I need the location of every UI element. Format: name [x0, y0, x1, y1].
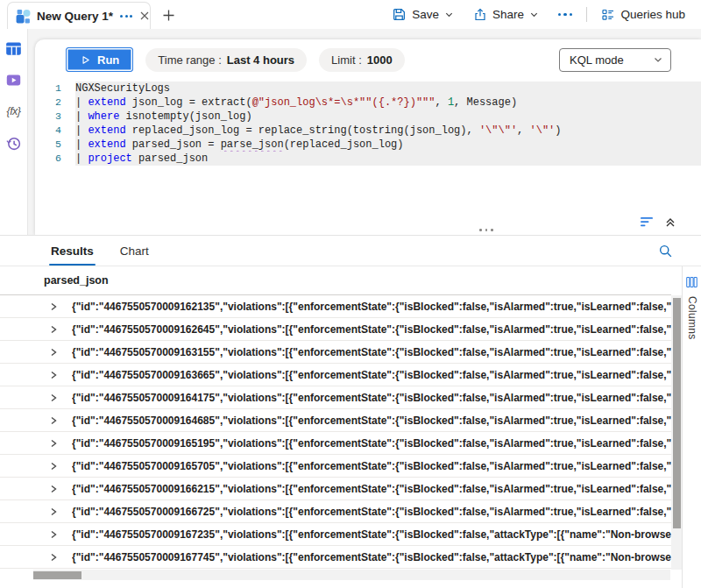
- row-json-text: {"id":"4467550570009162645","violations"…: [72, 323, 671, 336]
- horizontal-scrollbar-thumb[interactable]: [33, 571, 81, 579]
- search-icon[interactable]: [658, 244, 673, 259]
- divider: [586, 7, 587, 22]
- table-row[interactable]: {"id":"4467550570009162645","violations"…: [0, 318, 671, 341]
- vertical-scrollbar-thumb[interactable]: [673, 298, 681, 528]
- row-expand-chevron-icon[interactable]: [49, 348, 60, 357]
- results-panel: Results Chart parsed_json {"id":"4467550…: [0, 235, 701, 588]
- row-expand-chevron-icon[interactable]: [49, 302, 60, 311]
- editor-actions: [641, 216, 676, 228]
- tab-chart[interactable]: Chart: [118, 239, 151, 266]
- table-row[interactable]: {"id":"4467550570009164175","violations"…: [0, 386, 671, 409]
- row-json-text: {"id":"4467550570009165195","violations"…: [72, 437, 671, 450]
- time-range-value: Last 4 hours: [227, 53, 294, 67]
- tab-more-icon[interactable]: [118, 13, 134, 19]
- adx-query-icon: [15, 8, 32, 25]
- code-line: 6| project parsed_json: [35, 152, 701, 166]
- save-label: Save: [412, 8, 439, 21]
- limit-value: 1000: [367, 53, 393, 67]
- columns-panel-label: Columns: [686, 296, 698, 339]
- time-range-label: Time range :: [158, 53, 222, 67]
- query-toolbar: Run Time range : Last 4 hours Limit : 10…: [35, 39, 701, 80]
- table-row[interactable]: {"id":"4467550570009167745","violations"…: [0, 546, 671, 569]
- code-line: 3| where isnotempty(json_log): [35, 110, 701, 124]
- tab-results[interactable]: Results: [49, 239, 96, 266]
- more-actions-button[interactable]: [553, 10, 578, 20]
- tables-icon[interactable]: [4, 39, 24, 58]
- table-row[interactable]: {"id":"4467550570009162135","violations"…: [0, 295, 671, 318]
- row-expand-chevron-icon[interactable]: [49, 530, 60, 539]
- row-expand-chevron-icon[interactable]: [49, 553, 60, 562]
- row-json-text: {"id":"4467550570009164175","violations"…: [72, 392, 671, 404]
- row-expand-chevron-icon[interactable]: [49, 393, 60, 402]
- time-range-picker[interactable]: Time range : Last 4 hours: [145, 48, 307, 72]
- line-number: 1: [35, 81, 75, 96]
- table-row[interactable]: {"id":"4467550570009167235","violations"…: [0, 523, 671, 546]
- table-row[interactable]: {"id":"4467550570009163665","violations"…: [0, 364, 671, 386]
- row-json-text: {"id":"4467550570009162135","violations"…: [72, 301, 671, 313]
- queries-hub-button[interactable]: Queries hub: [596, 5, 690, 25]
- row-json-text: {"id":"4467550570009163665","violations"…: [72, 369, 671, 381]
- row-json-text: {"id":"4467550570009163155","violations"…: [72, 346, 671, 358]
- results-grid: parsed_json {"id":"4467550570009162135",…: [0, 266, 701, 588]
- row-expand-chevron-icon[interactable]: [49, 485, 60, 493]
- share-label: Share: [492, 8, 524, 21]
- row-expand-chevron-icon[interactable]: [49, 439, 60, 448]
- chevron-down-icon: [444, 10, 454, 19]
- query-editor-card: Run Time range : Last 4 hours Limit : 10…: [35, 39, 701, 235]
- run-button[interactable]: Run: [66, 47, 133, 72]
- query-mode-value: KQL mode: [570, 53, 624, 67]
- table-row[interactable]: {"id":"4467550570009165195","violations"…: [0, 432, 671, 455]
- columns-icon[interactable]: [686, 276, 697, 288]
- row-expand-chevron-icon[interactable]: [49, 507, 60, 516]
- table-row[interactable]: {"id":"4467550570009164685","violations"…: [0, 409, 671, 432]
- collapse-editor-icon[interactable]: [664, 216, 676, 228]
- query-tab[interactable]: New Query 1*: [7, 2, 151, 29]
- row-json-text: {"id":"4467550570009167235","violations"…: [72, 528, 671, 541]
- format-query-icon[interactable]: [641, 216, 654, 228]
- columns-side-panel[interactable]: Columns: [682, 266, 701, 588]
- row-expand-chevron-icon[interactable]: [49, 371, 60, 379]
- code-line: 5| extend parsed_json = parse_json(repla…: [35, 138, 701, 152]
- code-line: 4| extend replaced_json_log = replace_st…: [35, 124, 701, 138]
- chevron-down-icon: [529, 10, 539, 19]
- row-expand-chevron-icon[interactable]: [49, 325, 60, 334]
- row-expand-chevron-icon[interactable]: [49, 416, 60, 425]
- share-icon: [473, 8, 487, 22]
- results-header: Results Chart: [0, 236, 701, 266]
- play-icon: [80, 54, 91, 66]
- line-number: 6: [35, 152, 75, 166]
- row-json-text: {"id":"4467550570009166215","violations"…: [72, 483, 671, 495]
- share-button[interactable]: Share: [468, 5, 544, 25]
- row-expand-chevron-icon[interactable]: [49, 462, 60, 471]
- new-tab-button[interactable]: [159, 6, 177, 24]
- limit-picker[interactable]: Limit : 1000: [319, 48, 405, 72]
- run-label: Run: [97, 53, 119, 67]
- column-header-parsed-json[interactable]: parsed_json: [0, 266, 671, 295]
- code-line: 2| extend json_log = extract(@"json_log\…: [35, 96, 701, 110]
- row-json-text: {"id":"4467550570009165705","violations"…: [72, 460, 671, 472]
- table-row[interactable]: {"id":"4467550570009165705","violations"…: [0, 455, 671, 478]
- tab-title: New Query 1*: [37, 10, 113, 23]
- functions-icon[interactable]: {fx}: [4, 102, 24, 121]
- grid-body: {"id":"4467550570009162135","violations"…: [0, 295, 701, 569]
- saved-queries-icon[interactable]: [4, 70, 24, 89]
- line-number: 5: [35, 138, 75, 152]
- line-number: 2: [35, 96, 75, 110]
- table-row[interactable]: {"id":"4467550570009166215","violations"…: [0, 478, 671, 500]
- query-history-icon[interactable]: [4, 133, 24, 152]
- row-json-text: {"id":"4467550570009166725","violations"…: [72, 506, 671, 518]
- panel-resize-handle-icon[interactable]: [479, 228, 500, 232]
- code-lines: 1NGXSecurityLogs2| extend json_log = ext…: [35, 81, 701, 166]
- queries-hub-icon: [601, 8, 615, 22]
- query-mode-select[interactable]: KQL mode: [559, 48, 671, 72]
- tab-close-icon[interactable]: [139, 11, 150, 21]
- table-row[interactable]: {"id":"4467550570009163155","violations"…: [0, 341, 671, 364]
- row-json-text: {"id":"4467550570009167745","violations"…: [72, 551, 671, 563]
- query-editor[interactable]: 1NGXSecurityLogs2| extend json_log = ext…: [35, 81, 701, 166]
- save-button[interactable]: Save: [386, 4, 459, 25]
- queries-hub-label: Queries hub: [620, 8, 685, 21]
- horizontal-scrollbar[interactable]: [33, 570, 670, 580]
- table-row[interactable]: {"id":"4467550570009166725","violations"…: [0, 500, 671, 523]
- line-number: 3: [35, 110, 75, 124]
- vertical-scrollbar[interactable]: [671, 295, 682, 570]
